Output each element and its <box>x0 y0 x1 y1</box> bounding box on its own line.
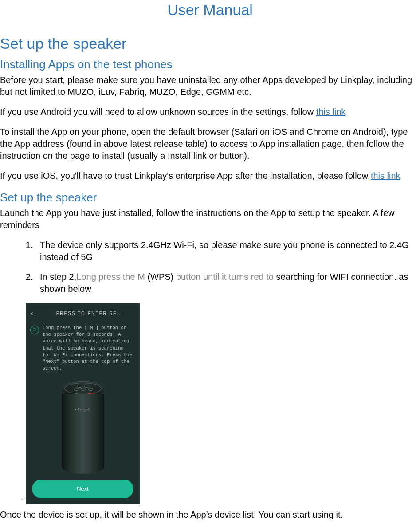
speaker-illustration: ● Polaroid <box>26 381 140 475</box>
section-heading: Set up the speaker <box>0 34 420 54</box>
paragraph: Once the device is set up, it will be sh… <box>0 509 420 521</box>
back-icon[interactable]: ‹ <box>31 309 34 318</box>
text: If you use Android you will need to allo… <box>0 107 316 117</box>
paragraph: If you use Android you will need to allo… <box>0 106 420 118</box>
paragraph: To install the App on your phone, open t… <box>0 126 420 162</box>
speaker-brand-label: ● Polaroid <box>62 407 104 411</box>
text-grey: Long press the M <box>76 272 147 282</box>
subsection-heading-setup: Set up the speaker <box>0 190 420 205</box>
ordered-list: The device only supports 2.4GHz Wi-Fi, s… <box>0 239 420 295</box>
phone-mockup: ‹ PRESS TO ENTER SE... 2 Long press the … <box>26 303 140 504</box>
paragraph: Before you start, please make sure you h… <box>0 74 420 98</box>
link-ios-trust[interactable]: this link <box>371 171 400 181</box>
text-grey: button until it turns red to <box>173 272 276 282</box>
app-screenshot: 3. ‹ PRESS TO ENTER SE... 2 Long press t… <box>26 303 420 504</box>
step-badge: 2 <box>30 326 39 334</box>
subsection-heading-installing: Installing Apps on the test phones <box>0 57 420 72</box>
paragraph: Launch the App you have just installed, … <box>0 207 420 231</box>
paragraph: If you use iOS, you'll have to trust Lin… <box>0 170 420 182</box>
footnote-number: 3. <box>21 497 24 502</box>
next-button[interactable]: Next <box>32 480 133 498</box>
phone-body: 2 Long press the [ M ] button on the spe… <box>26 320 140 374</box>
phone-instruction-text: Long press the [ M ] button on the speak… <box>43 325 133 372</box>
phone-header-title: PRESS TO ENTER SE... <box>47 311 134 317</box>
document-title: User Manual <box>0 0 420 20</box>
list-item: The device only supports 2.4GHz Wi-Fi, s… <box>35 239 420 263</box>
link-android-unknown-sources[interactable]: this link <box>316 107 346 117</box>
text: If you use iOS, you'll have to trust Lin… <box>0 171 371 181</box>
list-item: In step 2,Long press the M (WPS) button … <box>35 271 420 295</box>
phone-header: ‹ PRESS TO ENTER SE... <box>26 303 140 320</box>
text: In step 2, <box>40 272 76 282</box>
text: (WPS) <box>147 272 173 282</box>
